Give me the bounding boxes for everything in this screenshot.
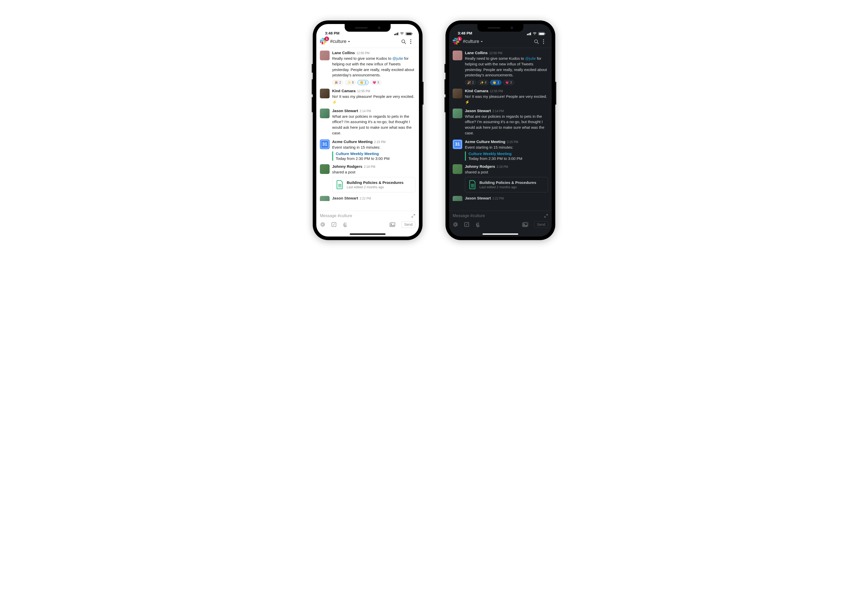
- message[interactable]: Jason Stewart2:14 PM What are our polici…: [453, 109, 548, 136]
- timestamp: 2:15 PM: [507, 140, 518, 144]
- home-indicator[interactable]: [482, 233, 518, 235]
- svg-line-12: [466, 223, 467, 225]
- attach-file-icon[interactable]: [343, 222, 348, 227]
- reaction[interactable]: 🎉2: [465, 80, 476, 85]
- avatar[interactable]: [453, 109, 462, 118]
- avatar[interactable]: [320, 88, 330, 98]
- post-attachment[interactable]: Building Policies & Procedures Last edit…: [332, 177, 415, 192]
- mention-icon[interactable]: [320, 222, 326, 227]
- message-body: Event starting in 15 minutes:: [465, 144, 548, 150]
- svg-line-9: [537, 42, 538, 43]
- message[interactable]: Johnny Rodgers2:18 PM shared a post Buil…: [453, 164, 548, 192]
- reaction[interactable]: ✨8: [477, 80, 489, 85]
- message-body: What are our policies in regards to pets…: [332, 114, 415, 136]
- send-button[interactable]: Send: [401, 221, 415, 228]
- message[interactable]: Jason Stewart2:22 PM: [320, 196, 415, 201]
- message[interactable]: 31 Acme Culture Meeting2:15 PM Event sta…: [320, 140, 415, 161]
- reaction[interactable]: 💗3: [503, 80, 514, 85]
- message[interactable]: Kiné Camara12:55 PM No! It was my pleasu…: [320, 88, 415, 105]
- notch: [345, 24, 391, 32]
- status-time: 3:48 PM: [325, 31, 339, 35]
- event-attachment[interactable]: Culture Weekly Meeting Today from 2:30 P…: [332, 152, 415, 161]
- reactions: 🎉2 ✨8 👏1 💗3: [465, 80, 548, 85]
- message-list[interactable]: Lane Collins12:50 PM Really need to give…: [316, 48, 419, 211]
- slash-command-icon[interactable]: [464, 222, 470, 227]
- more-menu-icon[interactable]: [542, 38, 548, 45]
- phone-light: 3:48 PM 1 #culture Lane Co: [313, 20, 423, 240]
- workspace-switcher[interactable]: 1: [320, 38, 327, 45]
- attach-file-icon[interactable]: [475, 222, 481, 227]
- app-avatar-calendar[interactable]: 31: [453, 140, 462, 149]
- chevron-down-icon: [480, 40, 483, 43]
- reaction[interactable]: ✨8: [345, 80, 356, 85]
- sender-name: Kiné Camara: [332, 88, 356, 93]
- channel-name[interactable]: #culture: [330, 39, 398, 44]
- attachment-subtitle: Last edited 2 months ago: [347, 185, 404, 189]
- chevron-down-icon: [347, 40, 350, 43]
- mention-icon[interactable]: [453, 222, 458, 227]
- screen-dark: 3:48 PM 1 #culture Lane Co: [449, 24, 552, 236]
- document-icon: [336, 180, 344, 189]
- message[interactable]: Johnny Rodgers2:18 PM shared a post Buil…: [320, 164, 415, 192]
- expand-icon[interactable]: [544, 214, 548, 218]
- hw-vol-up: [445, 79, 445, 95]
- message[interactable]: Jason Stewart2:22 PM: [453, 196, 548, 201]
- avatar[interactable]: [453, 196, 462, 201]
- event-attachment[interactable]: Culture Weekly Meeting Today from 2:30 P…: [465, 152, 548, 161]
- workspace-switcher[interactable]: 1: [453, 38, 460, 45]
- home-indicator[interactable]: [350, 233, 386, 235]
- sender-name: Lane Collins: [465, 51, 488, 55]
- reaction-selected[interactable]: 👏1: [490, 80, 501, 85]
- svg-point-2: [322, 223, 324, 225]
- message-input[interactable]: Message #culture: [320, 214, 352, 218]
- slash-command-icon[interactable]: [331, 222, 337, 227]
- composer: Message #culture Send: [449, 211, 552, 236]
- avatar[interactable]: [320, 196, 330, 201]
- message[interactable]: Kiné Camara12:55 PM No! It was my pleasu…: [453, 88, 548, 105]
- search-icon[interactable]: [401, 39, 407, 45]
- message-body: Really need to give some Kudos to @julie…: [332, 56, 415, 78]
- avatar[interactable]: [320, 164, 330, 174]
- avatar[interactable]: [453, 88, 462, 98]
- message[interactable]: 31 Acme Culture Meeting2:15 PM Event sta…: [453, 140, 548, 161]
- avatar[interactable]: [453, 164, 462, 174]
- sender-name: Kiné Camara: [465, 88, 488, 93]
- post-attachment[interactable]: Building Policies & Procedures Last edit…: [465, 177, 548, 192]
- hw-vol-down: [312, 97, 313, 112]
- avatar[interactable]: [320, 51, 330, 60]
- status-time: 3:48 PM: [458, 31, 472, 35]
- app-avatar-calendar[interactable]: 31: [320, 140, 330, 149]
- more-menu-icon[interactable]: [409, 38, 415, 45]
- search-icon[interactable]: [533, 39, 539, 45]
- message[interactable]: Lane Collins12:50 PM Really need to give…: [453, 51, 548, 85]
- message[interactable]: Lane Collins12:50 PM Really need to give…: [320, 51, 415, 85]
- timestamp: 2:18 PM: [496, 165, 508, 169]
- unread-badge: 1: [457, 37, 462, 41]
- expand-icon[interactable]: [411, 214, 415, 218]
- attachment-title: Building Policies & Procedures: [347, 180, 404, 185]
- send-button[interactable]: Send: [534, 221, 548, 228]
- reaction[interactable]: 🎉2: [332, 80, 343, 85]
- reaction[interactable]: 💗3: [370, 80, 381, 85]
- event-title: Culture Weekly Meeting: [468, 152, 548, 156]
- message-body: shared a post: [332, 169, 415, 175]
- svg-point-10: [454, 223, 456, 225]
- message-list[interactable]: Lane Collins12:50 PM Really need to give…: [449, 48, 552, 211]
- sender-name: Lane Collins: [332, 51, 355, 55]
- notch: [477, 24, 523, 32]
- channel-name[interactable]: #culture: [463, 39, 531, 44]
- document-icon: [469, 180, 476, 189]
- mention[interactable]: @julie: [525, 56, 536, 61]
- avatar[interactable]: [320, 109, 330, 118]
- photo-icon[interactable]: [522, 222, 529, 227]
- event-title: Culture Weekly Meeting: [336, 152, 415, 156]
- timestamp: 2:14 PM: [493, 109, 504, 113]
- avatar[interactable]: [453, 51, 462, 60]
- message[interactable]: Jason Stewart2:14 PM What are our polici…: [320, 109, 415, 136]
- message-body: No! It was my pleasure! People are very …: [465, 94, 548, 105]
- reaction-selected[interactable]: 👏1: [357, 80, 369, 85]
- sender-name: Jason Stewart: [332, 196, 358, 200]
- message-input[interactable]: Message #culture: [453, 214, 485, 218]
- photo-icon[interactable]: [389, 222, 396, 227]
- mention[interactable]: @julie: [392, 56, 403, 61]
